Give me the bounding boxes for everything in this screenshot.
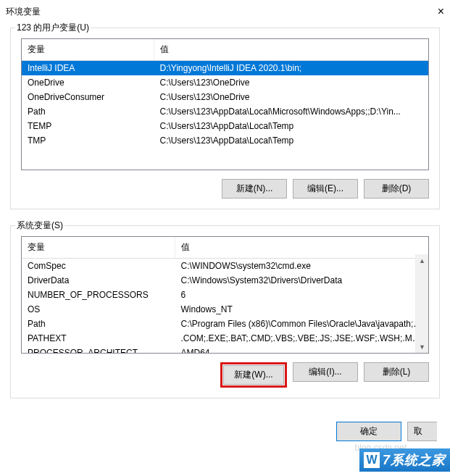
- var-value-cell: C:\Users\123\AppData\Local\Temp: [154, 119, 429, 133]
- var-value-cell: AMD64: [175, 346, 429, 353]
- user-vars-buttons: 新建(N)... 编辑(E)... 删除(D): [21, 179, 429, 199]
- var-name-cell: IntelliJ IDEA: [22, 61, 154, 76]
- var-value-cell: C:\Users\123\OneDrive: [154, 90, 429, 104]
- watermark-text: 7系统之家: [383, 451, 446, 469]
- var-name-cell: Path: [22, 317, 175, 331]
- var-value-cell: Windows_NT: [175, 302, 429, 317]
- sys-vars-group: 系统变量(S) 变量 值 ComSpecC:\WINDOWS\system32\…: [10, 225, 440, 398]
- table-row[interactable]: PROCESSOR_ARCHITECT...AMD64: [22, 346, 428, 353]
- user-new-button[interactable]: 新建(N)...: [222, 179, 287, 199]
- user-vars-label: 123 的用户变量(U): [15, 22, 91, 34]
- var-name-cell: DriverData: [22, 273, 175, 288]
- var-value-cell: C:\Program Files (x86)\Common Files\Orac…: [175, 317, 429, 331]
- user-col-header-name[interactable]: 变量: [22, 39, 154, 61]
- var-name-cell: OneDriveConsumer: [22, 90, 154, 104]
- var-name-cell: Path: [22, 104, 154, 119]
- user-col-header-value[interactable]: 值: [154, 39, 429, 61]
- sys-vars-label: 系统变量(S): [15, 220, 64, 232]
- sys-scrollbar[interactable]: ▲ ▼: [415, 254, 428, 353]
- table-row[interactable]: OneDriveC:\Users\123\OneDrive: [22, 75, 428, 90]
- var-value-cell: C:\Users\123\AppData\Local\Temp: [154, 133, 429, 148]
- new-button-highlight: 新建(W)...: [220, 362, 287, 388]
- table-row[interactable]: PathC:\Program Files (x86)\Common Files\…: [22, 317, 428, 331]
- var-value-cell: C:\Windows\System32\Drivers\DriverData: [175, 273, 429, 288]
- var-name-cell: OS: [22, 302, 175, 317]
- sys-vars-table: 变量 值 ComSpecC:\WINDOWS\system32\cmd.exeD…: [21, 236, 429, 354]
- var-name-cell: PATHEXT: [22, 331, 175, 346]
- window-title: 环境变量: [6, 6, 41, 18]
- sys-delete-button[interactable]: 删除(L): [364, 362, 429, 382]
- table-row[interactable]: PathC:\Users\123\AppData\Local\Microsoft…: [22, 104, 428, 119]
- scrollbar-up-icon[interactable]: ▲: [416, 254, 428, 267]
- user-edit-button[interactable]: 编辑(E)...: [293, 179, 358, 199]
- var-name-cell: TEMP: [22, 119, 154, 133]
- var-name-cell: NUMBER_OF_PROCESSORS: [22, 288, 175, 302]
- var-value-cell: 6: [175, 288, 429, 302]
- ok-button[interactable]: 确定: [336, 422, 401, 441]
- sys-col-header-name[interactable]: 变量: [22, 237, 175, 259]
- watermark-icon: W: [364, 452, 380, 468]
- var-name-cell: OneDrive: [22, 75, 154, 90]
- var-value-cell: C:\WINDOWS\system32\cmd.exe: [175, 259, 429, 274]
- user-vars-group: 123 的用户变量(U) 变量 值 IntelliJ IDEAD:\Yingyo…: [10, 28, 440, 209]
- var-value-cell: D:\Yingyong\IntelliJ IDEA 2020.1\bin;: [154, 61, 429, 76]
- sys-new-button[interactable]: 新建(W)...: [223, 365, 284, 385]
- title-bar: 环境变量 ×: [0, 0, 450, 23]
- table-row[interactable]: TMPC:\Users\123\AppData\Local\Temp: [22, 133, 428, 148]
- sys-edit-button[interactable]: 编辑(I)...: [293, 362, 358, 382]
- cancel-button-partial[interactable]: 取: [407, 422, 437, 441]
- table-row[interactable]: PATHEXT.COM;.EXE;.BAT;.CMD;.VBS;.VBE;.JS…: [22, 331, 428, 346]
- close-icon[interactable]: ×: [438, 6, 444, 17]
- watermark: W 7系统之家: [359, 448, 450, 472]
- table-row[interactable]: NUMBER_OF_PROCESSORS6: [22, 288, 428, 302]
- sys-vars-buttons: 新建(W)... 编辑(I)... 删除(L): [21, 362, 429, 388]
- table-row[interactable]: ComSpecC:\WINDOWS\system32\cmd.exe: [22, 259, 428, 274]
- user-delete-button[interactable]: 删除(D): [364, 179, 429, 199]
- var-name-cell: ComSpec: [22, 259, 175, 274]
- table-row[interactable]: OSWindows_NT: [22, 302, 428, 317]
- var-name-cell: PROCESSOR_ARCHITECT...: [22, 346, 175, 353]
- var-value-cell: C:\Users\123\OneDrive: [154, 75, 429, 90]
- sys-col-header-value[interactable]: 值: [175, 237, 429, 259]
- var-value-cell: .COM;.EXE;.BAT;.CMD;.VBS;.VBE;.JS;.JSE;.…: [175, 331, 429, 346]
- var-value-cell: C:\Users\123\AppData\Local\Microsoft\Win…: [154, 104, 429, 119]
- content: 123 的用户变量(U) 变量 值 IntelliJ IDEAD:\Yingyo…: [0, 23, 450, 398]
- table-row[interactable]: OneDriveConsumerC:\Users\123\OneDrive: [22, 90, 428, 104]
- user-vars-table: 变量 值 IntelliJ IDEAD:\Yingyong\IntelliJ I…: [21, 38, 429, 170]
- scrollbar-down-icon[interactable]: ▼: [416, 341, 428, 353]
- table-row[interactable]: TEMPC:\Users\123\AppData\Local\Temp: [22, 119, 428, 133]
- var-name-cell: TMP: [22, 133, 154, 148]
- table-row[interactable]: DriverDataC:\Windows\System32\Drivers\Dr…: [22, 273, 428, 288]
- table-row[interactable]: IntelliJ IDEAD:\Yingyong\IntelliJ IDEA 2…: [22, 61, 428, 76]
